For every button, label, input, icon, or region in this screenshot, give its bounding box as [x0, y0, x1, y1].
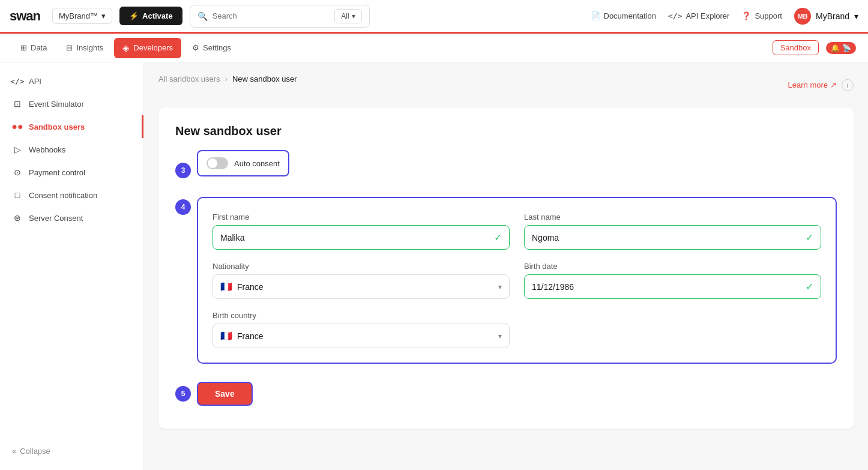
sidebar-item-webhooks[interactable]: ▷ Webhooks — [0, 138, 143, 161]
support-icon: ❓ — [741, 11, 751, 20]
last-name-group: Last name ✓ — [524, 212, 821, 250]
tab-settings[interactable]: ⚙ Settings — [184, 38, 240, 57]
activate-label: Activate — [142, 11, 173, 20]
sandbox-badge[interactable]: Sandbox — [773, 40, 819, 55]
payment-control-icon: ⊙ — [12, 167, 23, 178]
user-name: MyBrand — [816, 11, 849, 21]
birth-date-input[interactable] — [532, 282, 801, 292]
search-filter-label: All — [341, 12, 349, 20]
last-name-input-wrapper[interactable]: ✓ — [524, 225, 821, 250]
user-menu[interactable]: MB MyBrand ▾ — [794, 8, 858, 25]
auto-consent-toggle[interactable] — [206, 157, 228, 169]
step-4-badge: 4 — [175, 199, 191, 215]
nationality-flag: 🇫🇷 — [220, 281, 232, 292]
form-title: New sandbox user — [175, 124, 837, 138]
form-card: New sandbox user 3 Auto consent 4 — [158, 107, 854, 429]
sidebar-item-event-simulator[interactable]: ⊡ Event Simulator — [0, 92, 143, 115]
search-bar[interactable]: 🔍 All ▾ — [190, 5, 370, 28]
info-icon[interactable]: i — [842, 79, 854, 91]
sidebar-label-payment-control: Payment control — [29, 168, 85, 177]
support-link[interactable]: ❓ Support — [741, 11, 782, 20]
nav-links: 📄 Documentation </> API Explorer ❓ Suppo… — [591, 8, 859, 25]
breadcrumb-parent[interactable]: All sandbox users — [158, 74, 220, 83]
collapse-button[interactable]: « Collapse — [0, 439, 143, 463]
sidebar-item-sandbox-users[interactable]: ●● Sandbox users — [0, 115, 143, 138]
birth-country-chevron-icon: ▾ — [498, 332, 502, 340]
breadcrumb-row: All sandbox users › New sandbox user Lea… — [158, 74, 854, 95]
auto-consent-row: 3 Auto consent — [175, 150, 837, 191]
sidebar: </> API ⊡ Event Simulator ●● Sandbox use… — [0, 62, 144, 470]
sidebar-item-payment-control[interactable]: ⊙ Payment control — [0, 161, 143, 184]
webhooks-icon: ▷ — [12, 144, 23, 155]
api-explorer-link[interactable]: </> API Explorer — [668, 11, 729, 20]
brand-selector[interactable]: MyBrand™ ▾ — [52, 8, 112, 24]
learn-more-label: Learn more — [788, 80, 828, 89]
sidebar-label-server-consent: Server Consent — [29, 214, 83, 223]
api-explorer-label: API Explorer — [686, 11, 729, 20]
insights-label: Insights — [76, 43, 103, 52]
live-icon-right: 📡 — [842, 44, 851, 52]
toggle-track — [206, 157, 228, 169]
save-button[interactable]: Save — [197, 382, 253, 406]
logo: swan — [10, 8, 40, 24]
birth-country-label: Birth country — [212, 311, 510, 320]
nationality-select-wrapper[interactable]: 🇫🇷 France ▾ — [212, 274, 510, 299]
first-name-input[interactable] — [220, 233, 489, 243]
avatar: MB — [794, 8, 811, 25]
nationality-label: Nationality — [212, 262, 510, 271]
last-name-input[interactable] — [532, 233, 801, 243]
birth-date-check-icon: ✓ — [806, 281, 813, 292]
breadcrumb-current: New sandbox user — [232, 74, 297, 83]
event-simulator-icon: ⊡ — [12, 98, 23, 109]
auto-consent-toggle-row: Auto consent — [197, 150, 289, 176]
tab-developers[interactable]: ◈ Developers — [114, 38, 181, 58]
search-filter[interactable]: All ▾ — [334, 9, 361, 23]
form-section: First name ✓ Last name ✓ — [197, 197, 837, 364]
documentation-link[interactable]: 📄 Documentation — [591, 11, 656, 20]
top-nav: swan MyBrand™ ▾ ⚡ Activate 🔍 All ▾ 📄 Doc… — [0, 0, 868, 34]
first-name-input-wrapper[interactable]: ✓ — [212, 225, 510, 250]
search-filter-chevron: ▾ — [352, 12, 355, 20]
api-icon: </> — [12, 76, 23, 86]
birth-date-label: Birth date — [524, 262, 821, 271]
nationality-group: Nationality 🇫🇷 France ▾ — [212, 262, 510, 299]
birth-country-group: Birth country 🇫🇷 France ▾ — [212, 311, 510, 348]
sandbox-users-icon: ●● — [12, 121, 23, 132]
brand-chevron: ▾ — [101, 11, 106, 20]
birth-date-input-wrapper[interactable]: ✓ — [524, 274, 821, 299]
sidebar-label-api: API — [29, 77, 41, 86]
live-toggle[interactable]: 🔔 📡 — [826, 42, 856, 54]
step-5-badge: 5 — [175, 386, 191, 402]
search-icon: 🔍 — [197, 11, 208, 21]
sidebar-label-consent-notification: Consent notification — [29, 191, 97, 200]
fields-row: 4 First name ✓ Last na — [175, 197, 837, 376]
documentation-label: Documentation — [604, 11, 656, 20]
settings-label: Settings — [203, 43, 231, 52]
search-input[interactable] — [212, 11, 330, 20]
step-3-badge: 3 — [175, 163, 191, 178]
breadcrumb-separator: › — [225, 74, 228, 83]
insights-icon: ⊟ — [66, 43, 73, 52]
birth-country-select-wrapper[interactable]: 🇫🇷 France ▾ — [212, 324, 510, 348]
sidebar-label-event-simulator: Event Simulator — [29, 100, 84, 109]
tab-insights[interactable]: ⊟ Insights — [58, 38, 112, 57]
first-name-label: First name — [212, 212, 510, 221]
activate-icon: ⚡ — [129, 11, 139, 20]
last-name-label: Last name — [524, 212, 821, 221]
sidebar-item-consent-notification[interactable]: □ Consent notification — [0, 184, 143, 206]
auto-consent-label: Auto consent — [234, 159, 280, 168]
consent-notification-icon: □ — [12, 190, 23, 200]
sandbox-label: Sandbox — [780, 43, 811, 52]
api-code-icon: </> — [668, 11, 682, 20]
sidebar-item-api[interactable]: </> API — [0, 70, 143, 92]
developers-label: Developers — [133, 43, 173, 52]
tab-data[interactable]: ⊞ Data — [12, 38, 55, 57]
nationality-chevron-icon: ▾ — [498, 283, 502, 291]
developers-icon: ◈ — [122, 43, 130, 53]
activate-button[interactable]: ⚡ Activate — [119, 7, 182, 25]
toggle-thumb — [208, 158, 217, 168]
save-row: 5 Save — [175, 382, 837, 406]
learn-more-link[interactable]: Learn more ↗ — [788, 80, 837, 89]
data-label: Data — [31, 43, 47, 52]
sidebar-item-server-consent[interactable]: ⊛ Server Consent — [0, 206, 143, 229]
